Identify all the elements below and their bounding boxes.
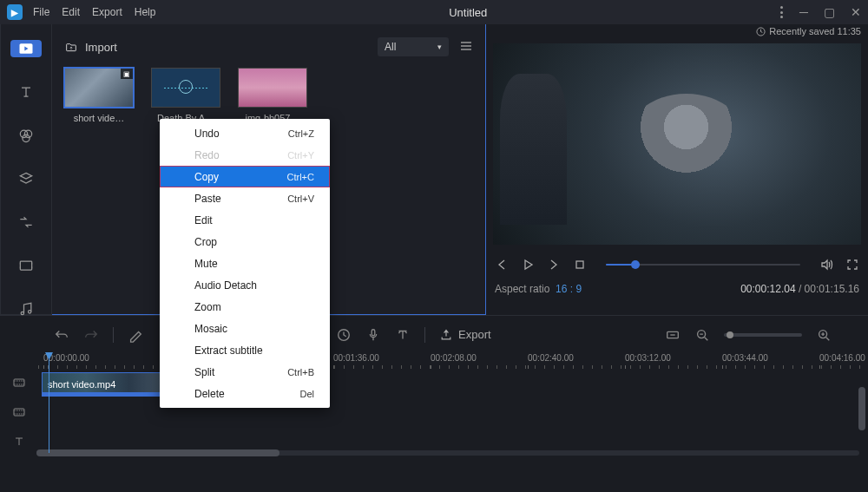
svg-rect-8 — [576, 261, 583, 268]
undo-button[interactable] — [54, 327, 69, 343]
zoom-handle[interactable] — [727, 331, 733, 338]
context-menu-item: RedoCtrl+Y — [160, 144, 330, 166]
edit-button[interactable] — [128, 327, 143, 343]
context-menu-label: Copy — [194, 171, 219, 183]
media-tab[interactable] — [10, 40, 42, 57]
context-menu-label: Mosaic — [194, 323, 227, 335]
ruler-tick: 00:03:44.00 — [722, 353, 768, 363]
stop-button[interactable] — [571, 256, 589, 273]
context-menu-item[interactable]: Mosaic — [160, 318, 330, 339]
ruler-tick: 00:03:12.00 — [625, 353, 671, 363]
text-tab[interactable] — [10, 83, 42, 101]
close-button[interactable]: ✕ — [851, 5, 861, 19]
aspect-ratio-value[interactable]: 16 : 9 — [556, 283, 582, 295]
context-menu-label: Undo — [194, 128, 220, 140]
redo-button[interactable] — [83, 327, 99, 343]
next-frame-button[interactable] — [545, 256, 562, 273]
menu-file[interactable]: File — [33, 6, 49, 18]
elements-tab[interactable] — [10, 257, 42, 274]
context-menu-item[interactable]: Crop — [160, 231, 330, 253]
ruler-tick: 00:02:08.00 — [431, 353, 477, 363]
context-menu-shortcut: Ctrl+Z — [288, 128, 314, 139]
context-menu-shortcut: Ctrl+B — [287, 367, 314, 377]
menu-help[interactable]: Help — [135, 6, 156, 18]
export-button[interactable]: Export — [439, 328, 491, 342]
transitions-tab[interactable] — [10, 213, 42, 231]
text-tool-button[interactable] — [395, 327, 411, 343]
aspect-ratio-label: Aspect ratio — [495, 283, 549, 295]
play-button[interactable] — [519, 256, 536, 273]
vertical-scrollbar[interactable] — [858, 363, 866, 458]
import-button[interactable]: Import — [64, 41, 117, 54]
voiceover-button[interactable] — [365, 327, 381, 343]
media-item-label: short vide… — [64, 113, 134, 123]
menu-export[interactable]: Export — [92, 6, 122, 18]
progress-handle[interactable] — [631, 260, 640, 269]
context-menu-item[interactable]: DeleteDel — [160, 383, 330, 404]
filters-tab[interactable] — [10, 127, 42, 144]
menu-edit[interactable]: Edit — [62, 6, 80, 18]
context-menu-label: Edit — [194, 214, 213, 226]
context-menu-item[interactable]: UndoCtrl+Z — [160, 122, 330, 144]
svg-point-2 — [24, 130, 31, 137]
media-filter-dropdown[interactable]: All ▾ — [378, 37, 449, 56]
horizontal-scrollbar[interactable] — [36, 449, 859, 457]
context-menu-label: Split — [194, 366, 214, 378]
context-menu-label: Zoom — [194, 301, 221, 313]
context-menu-shortcut: Ctrl+V — [287, 194, 314, 204]
zoom-in-button[interactable] — [816, 327, 832, 343]
svg-point-6 — [29, 311, 31, 313]
playback-progress[interactable] — [606, 264, 800, 266]
minimize-button[interactable]: ─ — [799, 5, 808, 19]
context-menu-item[interactable]: SplitCtrl+B — [160, 361, 330, 383]
fullscreen-button[interactable] — [844, 256, 861, 273]
playhead[interactable] — [49, 353, 49, 453]
app-logo: ▶ — [7, 4, 23, 20]
svg-rect-15 — [14, 409, 24, 416]
context-menu-shortcut: Del — [299, 389, 314, 399]
prev-frame-button[interactable] — [493, 256, 510, 273]
context-menu-shortcut: Ctrl+Y — [287, 150, 314, 161]
speed-button[interactable] — [336, 327, 352, 343]
overlays-tab[interactable] — [10, 170, 42, 187]
media-item[interactable]: ▣ short vide… — [64, 68, 134, 123]
media-thumbnail[interactable] — [151, 68, 220, 108]
context-menu-item[interactable]: Edit — [160, 209, 330, 231]
media-thumbnail[interactable] — [238, 68, 307, 108]
save-status: Recently saved 11:35 — [756, 26, 861, 36]
list-view-toggle[interactable] — [459, 40, 473, 55]
applied-badge-icon: ▣ — [121, 69, 133, 79]
clip-label: short video.mp4 — [48, 379, 115, 390]
import-label: Import — [85, 41, 117, 54]
music-tab[interactable] — [10, 300, 42, 318]
fit-timeline-button[interactable] — [665, 327, 681, 343]
video-preview[interactable] — [493, 43, 861, 245]
text-track-icon — [10, 435, 28, 449]
ruler-tick: 00:04:16.00 — [819, 353, 865, 363]
media-item[interactable]: Death By A… — [151, 68, 220, 123]
context-menu-item[interactable]: Zoom — [160, 296, 330, 318]
context-menu-label: Paste — [194, 193, 221, 205]
ruler-tick: 00:01:36.00 — [333, 353, 379, 363]
video-track-icon — [10, 405, 28, 419]
maximize-button[interactable]: ▢ — [824, 5, 835, 19]
context-menu-item[interactable]: Audio Detach — [160, 274, 330, 296]
preview-panel: Recently saved 11:35 Aspect ratio 16 : 9 — [486, 24, 868, 315]
context-menu-item[interactable]: Mute — [160, 253, 330, 274]
zoom-slider[interactable] — [724, 333, 802, 337]
volume-button[interactable] — [818, 256, 835, 273]
svg-rect-4 — [20, 261, 31, 270]
ruler-tick: 00:02:40.00 — [528, 353, 574, 363]
more-icon[interactable] — [780, 6, 784, 18]
context-menu-item[interactable]: CopyCtrl+C — [160, 166, 330, 187]
context-menu-item[interactable]: Extract subtitle — [160, 339, 330, 361]
context-menu-item[interactable]: PasteCtrl+V — [160, 187, 330, 209]
media-item[interactable]: img-bb057… — [238, 68, 307, 123]
media-thumbnail[interactable]: ▣ — [64, 68, 134, 108]
context-menu-label: Mute — [194, 258, 218, 270]
context-menu-label: Redo — [194, 149, 220, 161]
export-label: Export — [458, 328, 491, 341]
zoom-out-button[interactable] — [694, 327, 710, 343]
context-menu: UndoCtrl+ZRedoCtrl+YCopyCtrl+CPasteCtrl+… — [160, 119, 330, 408]
context-menu-label: Delete — [194, 388, 225, 400]
